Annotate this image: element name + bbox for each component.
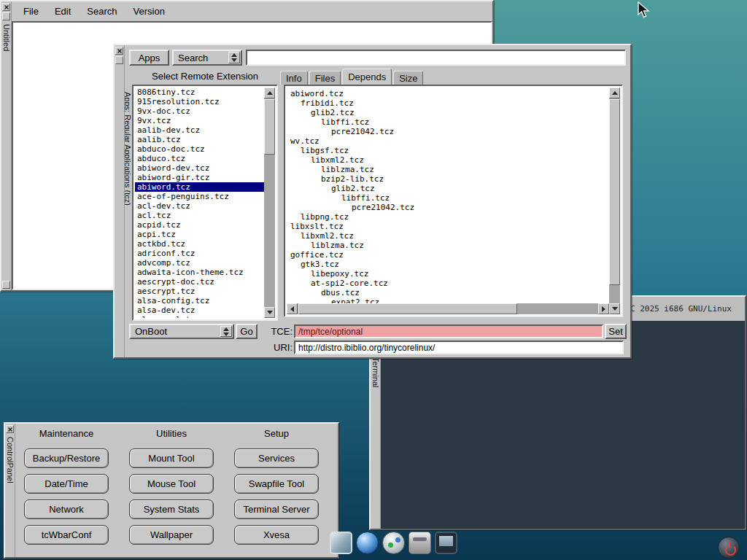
globe-icon[interactable]	[356, 532, 379, 554]
mouse-tool-button[interactable]: Mouse Tool	[129, 474, 214, 494]
depend-entry: libpng.tcz	[287, 212, 609, 222]
editor-titlebar[interactable]: Untitled	[1, 1, 12, 290]
extension-list-item[interactable]: adwaita-icon-theme.tcz	[135, 268, 264, 277]
tce-path-field[interactable]: /tmp/tce/optional	[294, 324, 603, 338]
search-input[interactable]	[246, 50, 626, 66]
search-mode-label: Search	[178, 52, 208, 63]
screenshot-icon[interactable]	[330, 532, 352, 554]
tce-label: TCE:	[259, 326, 293, 337]
swapfile-tool-button[interactable]: Swapfile Tool	[234, 474, 319, 494]
extension-list-item[interactable]: adriconf.tcz	[135, 249, 264, 258]
depend-entry: goffice.tcz	[287, 250, 609, 260]
extension-list-scrollbar[interactable]	[264, 88, 275, 318]
scroll-down-button[interactable]	[609, 303, 620, 314]
uri-field[interactable]: http://distro.ibiblio.org/tinycorelinux/	[294, 341, 624, 354]
control-panel-titlebar[interactable]: ControlPanel	[5, 424, 15, 557]
close-button[interactable]	[6, 425, 14, 433]
category-setup: Setup	[234, 428, 319, 439]
control-panel-grid: Backup/RestoreMount ToolServicesDate/Tim…	[24, 448, 319, 545]
control-panel-window: ControlPanel MaintenanceUtilitiesSetup B…	[4, 422, 339, 559]
extension-list-item[interactable]: ace-of-penguins.tcz	[135, 192, 264, 201]
mount-tool-button[interactable]: Mount Tool	[129, 448, 214, 468]
depend-entry: libxml2.tcz	[287, 231, 609, 241]
tcwbarconf-button[interactable]: tcWbarConf	[24, 525, 109, 545]
scroll-left-button[interactable]	[287, 303, 298, 314]
system-stats-button[interactable]: System Stats	[129, 499, 214, 519]
resize-handle[interactable]	[2, 281, 10, 289]
depend-entry: pcre21042.tcz	[287, 127, 609, 136]
depends-horizontal-scrollbar[interactable]	[287, 303, 609, 314]
extension-list-item[interactable]: advcomp.tcz	[135, 258, 264, 268]
depend-entry: liblzma.tcz	[287, 165, 609, 174]
extension-list-item[interactable]: alsa-dev.tcz	[135, 306, 264, 315]
extension-list-item[interactable]: aescrypt-doc.tcz	[135, 277, 264, 287]
extension-list-item[interactable]: actkbd.tcz	[135, 239, 264, 249]
go-button[interactable]: Go	[236, 324, 258, 339]
extension-list-item[interactable]: alsa-config.tcz	[135, 296, 264, 306]
network-button[interactable]: Network	[24, 499, 109, 519]
app-browser-window: Apps Search Select Remote Extension Info…	[113, 44, 632, 359]
menu-file[interactable]: File	[16, 4, 46, 19]
depend-entry: bzip2-lib.tcz	[287, 174, 609, 184]
xvesa-button[interactable]: Xvesa	[234, 525, 319, 545]
menu-edit[interactable]: Edit	[47, 4, 78, 19]
menu-search[interactable]: Search	[80, 4, 124, 19]
exit-icon[interactable]	[718, 537, 740, 559]
extension-list-item[interactable]: abiword-gir.tcz	[135, 173, 264, 182]
iconify-button[interactable]	[115, 56, 123, 64]
apps-menu-button[interactable]: Apps	[129, 50, 169, 66]
scroll-down-button[interactable]	[264, 307, 275, 318]
scroll-up-button[interactable]	[609, 88, 620, 98]
extension-list-item[interactable]: aalib-dev.tcz	[135, 125, 264, 135]
extension-list-item[interactable]: acl-dev.tcz	[135, 201, 264, 211]
close-icon	[117, 48, 123, 54]
extension-list-item[interactable]: 9vx-doc.tcz	[135, 106, 264, 116]
extension-list-item[interactable]: acpid.tcz	[135, 220, 264, 230]
tce-path-value: /tmp/tce/optional	[298, 327, 363, 337]
extension-list-item[interactable]: abiword-dev.tcz	[135, 163, 264, 173]
scrollbar-thumb[interactable]	[264, 99, 275, 155]
uri-label: URI:	[259, 342, 293, 353]
close-button[interactable]	[2, 3, 10, 11]
wallpaper-button[interactable]: Wallpaper	[129, 525, 214, 545]
tab-depends[interactable]: Depends	[342, 69, 392, 85]
extension-list-item[interactable]: acpi.tcz	[135, 230, 264, 239]
extension-list-item[interactable]: 9vx.tcz	[135, 116, 264, 125]
app-browser-titlebar[interactable]	[115, 45, 125, 357]
iconify-button[interactable]	[2, 12, 10, 20]
depends-vertical-scrollbar[interactable]	[609, 88, 620, 314]
scrollbar-thumb[interactable]	[298, 303, 517, 314]
terminal-server-button[interactable]: Terminal Server	[234, 499, 319, 519]
extension-list-item[interactable]: 8086tiny.tcz	[135, 88, 264, 97]
depend-entry: fribidi.tcz	[287, 98, 609, 108]
depend-entry: libxslt.tcz	[287, 222, 609, 231]
search-mode-select[interactable]: Search	[172, 50, 242, 66]
date-time-button[interactable]: Date/Time	[24, 474, 109, 494]
onboot-select[interactable]: OnBoot	[129, 324, 234, 339]
extension-list-item[interactable]: abduco.tcz	[135, 154, 264, 163]
scroll-up-button[interactable]	[264, 88, 275, 98]
extension-list-item[interactable]: aescrypt.tcz	[135, 287, 264, 296]
depends-panel: abiword.tczfribidi.tczglib2.tczlibffi.tc…	[284, 85, 623, 317]
backup-restore-button[interactable]: Backup/Restore	[24, 448, 109, 468]
packages-icon[interactable]	[382, 532, 405, 554]
depend-entry: at-spi2-core.tcz	[287, 279, 609, 288]
menu-version[interactable]: Version	[126, 4, 172, 19]
tab-info[interactable]: Info	[280, 71, 308, 85]
printer-icon[interactable]	[409, 532, 431, 554]
extension-list-item[interactable]: 915resolution.tcz	[135, 97, 264, 106]
tab-files[interactable]: Files	[309, 71, 341, 85]
set-button[interactable]: Set	[605, 324, 627, 339]
extension-list-item[interactable]: aalib.tcz	[135, 135, 264, 144]
depend-entry: liblzma.tcz	[287, 241, 609, 250]
tab-size[interactable]: Size	[393, 71, 423, 85]
extension-list-item[interactable]: alsaequal.tcz	[135, 315, 264, 318]
extension-list-item[interactable]: abduco-doc.tcz	[135, 144, 264, 154]
scrollbar-thumb[interactable]	[609, 99, 620, 285]
close-button[interactable]	[115, 47, 123, 55]
scroll-right-button[interactable]	[598, 303, 609, 314]
extension-list-item[interactable]: abiword.tcz	[135, 182, 264, 192]
extension-list-item[interactable]: acl.tcz	[135, 211, 264, 220]
terminal-icon[interactable]	[435, 532, 457, 554]
services-button[interactable]: Services	[234, 448, 319, 468]
